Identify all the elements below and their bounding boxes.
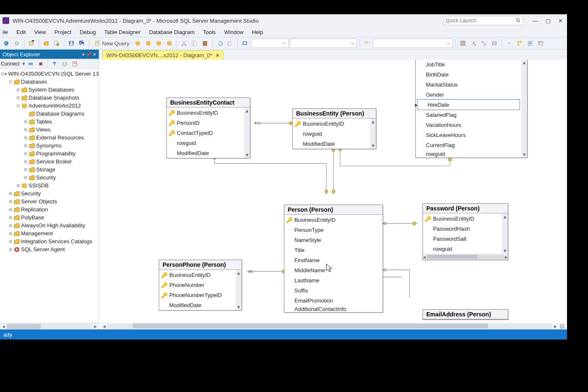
menu-project[interactable]: Project (50, 28, 75, 36)
column-row[interactable]: rowguid (167, 138, 250, 148)
expand-icon[interactable]: ⊞ (23, 167, 29, 172)
refresh-explorer-button[interactable] (60, 60, 69, 68)
combo-2[interactable] (290, 39, 357, 48)
column-row[interactable]: Suffix (284, 285, 383, 295)
entity-header[interactable]: PersonPhone (Person) (159, 260, 242, 270)
column-row[interactable]: 🔑BusinessEntityID (167, 108, 250, 118)
entity-vscroll[interactable]: ▴▾ (521, 60, 527, 158)
expand-icon[interactable]: ⊞ (15, 95, 21, 100)
copy-button[interactable] (190, 39, 199, 48)
expand-icon[interactable]: ⊞ (8, 231, 13, 236)
entity-vscroll[interactable]: ▴▾ (244, 108, 250, 158)
entity-businessentitycontact[interactable]: BusinessEntityContact 🔑BusinessEntityID … (166, 97, 250, 158)
expand-icon[interactable]: ⊞ (23, 135, 29, 140)
expand-icon[interactable]: ⊞ (23, 175, 29, 180)
menu-database-diagram[interactable]: Database Diagram (145, 28, 199, 36)
tree-item[interactable]: ⊞PolyBase (0, 213, 99, 221)
expand-icon[interactable]: ⊞ (8, 223, 13, 228)
tree-item[interactable]: ⊞Management (0, 229, 99, 237)
restore-button[interactable]: ▢ (546, 18, 551, 24)
entity-vscroll[interactable]: ▴▾ (236, 270, 242, 310)
diagram-canvas[interactable]: BusinessEntityContact 🔑BusinessEntityID … (99, 60, 567, 329)
column-row[interactable]: JobTitle (416, 60, 527, 69)
scroll-right-button[interactable]: ▸ (92, 323, 99, 329)
new-query-button[interactable]: New Query (92, 39, 132, 48)
column-row[interactable]: ModifiedDate (167, 148, 250, 158)
save-button[interactable] (67, 39, 76, 48)
column-row[interactable]: 🔑PhoneNumberTypeID (159, 290, 242, 300)
column-row[interactable]: 🔑PhoneNumber (159, 280, 242, 290)
tree-item[interactable]: ⊞Views (0, 126, 99, 134)
panel-dropdown-button[interactable]: ▾ (82, 52, 84, 57)
column-row-selected[interactable]: ▸HireDate (417, 100, 520, 110)
close-button[interactable]: ✕ (558, 18, 563, 24)
scroll-thumb[interactable] (7, 324, 41, 329)
tree-item[interactable]: ⊞External Resources (0, 134, 99, 142)
script-button[interactable] (70, 60, 79, 68)
expand-icon[interactable]: ⊞ (8, 191, 13, 196)
column-row[interactable]: 🔑BusinessEntityID (159, 270, 242, 280)
tree-item[interactable]: ⊞Security (0, 174, 99, 182)
undo-button[interactable] (215, 39, 224, 48)
tree-databases[interactable]: ⊟ Databases (0, 78, 99, 86)
new-project-button[interactable]: ✦ (27, 39, 36, 48)
entity-header[interactable]: Password (Person) (423, 204, 508, 213)
expand-icon[interactable]: ⊞ (8, 215, 13, 220)
diag-btn-5[interactable] (504, 39, 514, 48)
column-row[interactable]: AdditionalContactInfo (284, 305, 383, 312)
column-row[interactable]: ModifiedDate (159, 300, 242, 310)
db-query-1-button[interactable] (133, 39, 142, 48)
column-row[interactable]: SickLeaveHours (416, 130, 527, 140)
diag-btn-7[interactable] (525, 39, 535, 48)
find-button[interactable] (362, 39, 372, 48)
column-row[interactable]: rowguid (293, 129, 376, 139)
tree-server[interactable]: ⊟ WIN-O43S00EVCVN (SQL Server 13 (0, 70, 99, 78)
entity-personphone[interactable]: PersonPhone (Person) 🔑BusinessEntityID 🔑… (159, 260, 242, 310)
column-row[interactable]: EmailPromotion (284, 295, 383, 305)
column-row[interactable]: 🔑BusinessEntityID (284, 215, 383, 225)
expand-icon[interactable]: ⊟ (15, 103, 21, 108)
tree-adventureworks[interactable]: ⊟ AdventureWorks2012 (0, 102, 99, 110)
entity-vscroll[interactable]: ▴▾ (370, 118, 376, 149)
db-query-2-button[interactable] (144, 39, 153, 48)
tab-close-button[interactable]: ✕ (215, 53, 220, 58)
menu-window[interactable]: Window (220, 28, 248, 36)
object-explorer-tree[interactable]: ⊟ WIN-O43S00EVCVN (SQL Server 13 ⊟ Datab… (0, 69, 99, 323)
column-row[interactable]: NameStyle (284, 235, 383, 245)
tree-item[interactable]: ⊞SSISDB (0, 182, 99, 189)
expand-icon[interactable]: ⊞ (15, 87, 21, 92)
menu-help[interactable]: Help (248, 28, 268, 36)
column-row[interactable]: MiddleName (284, 265, 383, 275)
expand-icon[interactable]: ⊟ (1, 71, 4, 76)
db-query-3-button[interactable] (154, 39, 163, 48)
column-row[interactable]: Gender (416, 89, 527, 100)
entity-businessentity[interactable]: BusinessEntity (Person) 🔑BusinessEntityI… (292, 108, 376, 149)
scroll-left-button[interactable]: ◂ (0, 323, 7, 329)
db-query-4-button[interactable] (165, 39, 174, 48)
tree-item[interactable]: ⊞Security (0, 189, 99, 197)
entity-hscroll[interactable]: ◂▸ (423, 254, 508, 260)
tree-item[interactable]: ⊞Tables (0, 118, 99, 126)
expand-icon[interactable]: ⊞ (8, 199, 13, 204)
diag-btn-8[interactable] (536, 39, 545, 48)
expand-icon[interactable]: ⊞ (23, 127, 29, 132)
menu-table-designer[interactable]: Table Designer (100, 28, 145, 36)
column-row[interactable]: 🔑ContactTypeID (167, 128, 250, 138)
expand-icon[interactable]: ⊞ (8, 247, 13, 252)
nav-box-button[interactable]: ⊡ (559, 323, 565, 329)
add-item-button[interactable] (52, 39, 61, 48)
tree-item[interactable]: ⊞Service Broker (0, 158, 99, 166)
quick-launch-text[interactable] (446, 18, 516, 24)
expand-icon[interactable]: ⊞ (8, 239, 13, 244)
open-file-button[interactable] (42, 39, 51, 48)
entity-header[interactable]: BusinessEntityContact (167, 98, 250, 108)
column-row[interactable]: FirstName (284, 255, 383, 265)
redo-button[interactable] (226, 39, 235, 48)
menu-view[interactable]: View (30, 28, 50, 36)
nav-back-button[interactable] (2, 39, 11, 48)
disconnect-button[interactable] (26, 60, 35, 68)
filter-button[interactable] (50, 60, 59, 68)
connect-button[interactable]: Connect (1, 61, 20, 67)
diag-btn-1[interactable] (458, 39, 467, 48)
column-row[interactable]: 🔑BusinessEntityID (293, 118, 376, 129)
